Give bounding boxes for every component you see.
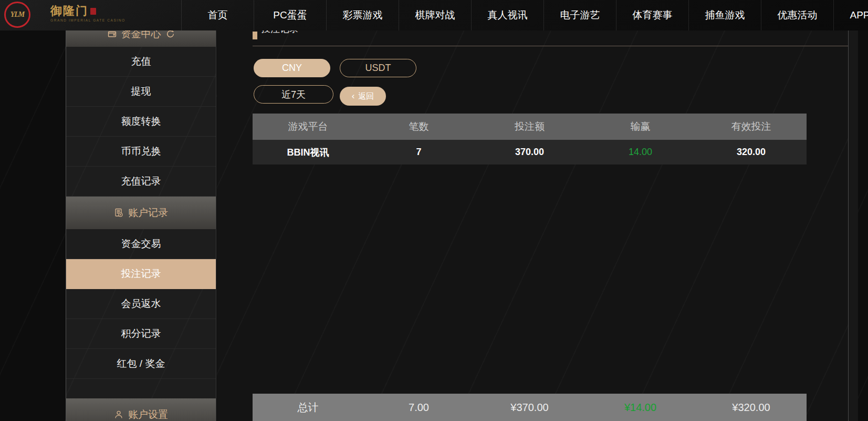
- total-winloss: ¥14.00: [585, 402, 696, 414]
- sidebar-item-deposit-records[interactable]: 充值记录: [66, 167, 216, 197]
- brand-logo[interactable]: YLM 御隆门 GRAND IMPERIAL GATE CASINO: [4, 2, 126, 28]
- sidebar-item-coin-exchange[interactable]: 币币兑换: [66, 137, 216, 167]
- table-total-row: 总计 7.00 ¥370.00 ¥14.00 ¥320.00: [253, 394, 807, 421]
- sidebar-section-label: 账户记录: [128, 206, 168, 220]
- nav-item-promotions[interactable]: 优惠活动: [761, 0, 833, 30]
- total-valid-bet: ¥320.00: [696, 402, 807, 414]
- total-label: 总计: [253, 401, 363, 415]
- date-range-button[interactable]: 近7天: [254, 85, 333, 104]
- nav-item-slots[interactable]: 电子游艺: [543, 0, 616, 30]
- total-bet: ¥370.00: [474, 402, 585, 414]
- sidebar-item-points-records[interactable]: 积分记录: [66, 319, 216, 349]
- currency-tab-cny[interactable]: CNY: [254, 59, 330, 77]
- sidebar-section-account-records[interactable]: 账户记录: [66, 197, 216, 229]
- ledger-icon: [114, 208, 123, 218]
- sidebar-item-quota-transfer[interactable]: 额度转换: [66, 107, 216, 137]
- main-menu: 首页 PC蛋蛋 彩票游戏 棋牌对战 真人视讯 电子游艺 体育赛事 捕鱼游戏 优惠…: [181, 0, 868, 30]
- column-header-bet: 投注额: [474, 120, 585, 134]
- wallet-icon: [108, 29, 117, 38]
- column-header-count: 笔数: [363, 120, 474, 134]
- nav-item-sports[interactable]: 体育赛事: [616, 0, 688, 30]
- total-count: 7.00: [363, 402, 474, 414]
- user-icon: [114, 410, 123, 419]
- back-button-label: 返回: [358, 91, 374, 101]
- brand-seal-icon: [90, 8, 96, 15]
- brand-emblem-icon: YLM: [4, 2, 30, 28]
- back-chevron-icon: ‹: [352, 91, 355, 100]
- sidebar-item-member-rebate[interactable]: 会员返水: [66, 289, 216, 319]
- nav-item-home[interactable]: 首页: [181, 0, 254, 30]
- table-row: BBIN视讯 7 370.00 14.00 320.00: [253, 140, 807, 165]
- range-filter-group: 近7天 ‹ 返回: [254, 85, 386, 106]
- sidebar-item-withdraw[interactable]: 提现: [66, 77, 216, 107]
- brand-tagline: GRAND IMPERIAL GATE CASINO: [50, 18, 126, 22]
- title-divider: [253, 46, 850, 46]
- back-button[interactable]: ‹ 返回: [340, 87, 386, 106]
- cell-bet: 370.00: [474, 147, 585, 158]
- sidebar-item-deposit[interactable]: 充值: [66, 47, 216, 77]
- sidebar-item-bet-records[interactable]: 投注记录: [66, 259, 216, 289]
- nav-item-lottery[interactable]: 彩票游戏: [326, 0, 399, 30]
- sidebar-section-account-settings[interactable]: 账户设置: [66, 398, 216, 421]
- column-header-platform: 游戏平台: [253, 120, 363, 134]
- cell-count: 7: [363, 147, 474, 158]
- nav-item-boardgames[interactable]: 棋牌对战: [399, 0, 471, 30]
- column-header-winloss: 输赢: [585, 120, 696, 134]
- currency-tab-usdt[interactable]: USDT: [340, 59, 416, 77]
- bet-records-table: 游戏平台 笔数 投注额 输赢 有效投注 BBIN视讯 7 370.00 14.0…: [253, 114, 807, 165]
- column-header-valid-bet: 有效投注: [696, 120, 807, 134]
- sidebar-spacer: [66, 379, 216, 398]
- brand-monogram: YLM: [6, 11, 29, 19]
- nav-item-pcdandan[interactable]: PC蛋蛋: [254, 0, 326, 30]
- brand-name: 御隆门: [50, 5, 88, 17]
- nav-item-app-download[interactable]: APP下载: [833, 0, 868, 30]
- nav-item-fishing[interactable]: 捕鱼游戏: [688, 0, 761, 30]
- sidebar-item-redpacket-bonus[interactable]: 红包 / 奖金: [66, 349, 216, 379]
- cell-winloss: 14.00: [585, 147, 696, 158]
- top-navigation-bar: YLM 御隆门 GRAND IMPERIAL GATE CASINO 首页 PC…: [0, 0, 868, 30]
- vertical-scrollbar[interactable]: [848, 0, 858, 421]
- account-sidebar: 资金中心 充值 提现 额度转换 币币兑换 充值记录 账户记录 资金交易 投注记录…: [66, 21, 216, 421]
- sidebar-section-label: 账户设置: [128, 408, 168, 421]
- currency-filter-group: CNY USDT: [254, 59, 416, 77]
- table-header-row: 游戏平台 笔数 投注额 输赢 有效投注: [253, 114, 807, 140]
- nav-item-livecasino[interactable]: 真人视讯: [471, 0, 543, 30]
- refresh-icon[interactable]: [166, 29, 175, 38]
- bet-records-panel: 投注记录 CNY USDT 近7天 ‹ 返回 游戏平台 笔数 投注额 输赢 有效…: [217, 0, 858, 421]
- cell-valid-bet: 320.00: [696, 147, 807, 158]
- page-title-marker: [253, 32, 257, 39]
- sidebar-item-fund-transactions[interactable]: 资金交易: [66, 229, 216, 259]
- cell-platform: BBIN视讯: [253, 146, 363, 159]
- brand-text: 御隆门 GRAND IMPERIAL GATE CASINO: [50, 5, 126, 22]
